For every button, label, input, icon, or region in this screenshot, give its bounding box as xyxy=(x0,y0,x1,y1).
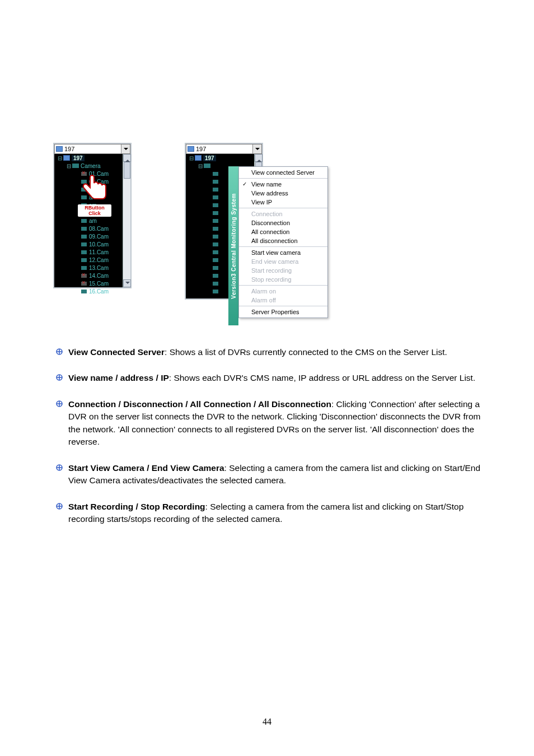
camera-icon xyxy=(81,258,87,262)
camera-icon xyxy=(213,242,218,246)
camera-icon xyxy=(213,274,218,278)
monitor-icon xyxy=(56,146,63,152)
monitor-icon xyxy=(195,155,202,161)
camera-icon xyxy=(81,250,87,254)
menu-item-view-name[interactable]: View name xyxy=(239,180,327,189)
tree-expander[interactable]: ⊟ xyxy=(189,155,194,161)
menu-item-server-properties[interactable]: Server Properties xyxy=(239,307,327,316)
camera-icon xyxy=(213,219,218,223)
camera-group-label[interactable]: Camera xyxy=(81,163,101,169)
camera-icon xyxy=(213,180,218,184)
camera-item[interactable]: 09.Cam xyxy=(54,232,130,240)
camera-item[interactable]: 12.Cam xyxy=(54,256,130,264)
left-server-tree: 197 ⊟ 197 ⊟ Camera 01.Cam02.CamCamamamam… xyxy=(53,143,132,288)
menu-item-start-view-camera[interactable]: Start view camera xyxy=(239,248,327,257)
bullet-icon xyxy=(56,374,63,381)
dropdown-arrow-icon[interactable] xyxy=(252,144,261,153)
camera-item[interactable]: 11.Cam xyxy=(54,248,130,256)
scroll-thumb[interactable] xyxy=(124,162,130,179)
camera-label: 15.Cam xyxy=(89,281,109,287)
menu-item-view-ip[interactable]: View IP xyxy=(239,198,327,207)
camera-icon xyxy=(81,290,87,293)
camera-item[interactable]: 15.Cam xyxy=(54,279,130,287)
page-number: 44 xyxy=(0,717,534,727)
scroll-up-icon[interactable] xyxy=(255,154,263,162)
camera-icon xyxy=(213,211,218,215)
camera-item[interactable]: 16.Cam xyxy=(54,287,130,295)
menu-item-disconnection[interactable]: Disconnection xyxy=(239,218,327,227)
camera-label: 16.Cam xyxy=(89,288,109,295)
cursor-hint-line2: Click xyxy=(88,211,101,216)
bullet-lead: Start Recording / Stop Recording xyxy=(68,502,205,511)
server-combo[interactable]: 197 xyxy=(54,144,130,154)
scroll-down-icon[interactable] xyxy=(123,279,131,287)
camera-item[interactable]: 14.Cam xyxy=(54,272,130,279)
camera-label: 13.Cam xyxy=(89,265,109,271)
menu-item-all-disconnection[interactable]: All disconnection xyxy=(239,236,327,245)
menu-item-alarm-on: Alarm on xyxy=(239,287,327,296)
monitor-icon xyxy=(188,146,194,152)
camera-icon xyxy=(213,188,218,192)
menu-item-alarm-off: Alarm off xyxy=(239,296,327,305)
menu-item-end-view-camera: End view camera xyxy=(239,257,327,266)
camera-icon xyxy=(81,227,87,231)
bullet-icon xyxy=(56,400,63,407)
description-list: View Connected Server: Shows a list of D… xyxy=(56,346,481,526)
camera-icon xyxy=(213,227,218,231)
camera-group-icon xyxy=(204,164,210,168)
camera-label: 14.Cam xyxy=(89,273,109,279)
camera-icon xyxy=(81,274,87,278)
bullet-body: : Shows a list of DVRs currently connect… xyxy=(165,347,447,357)
menu-item-all-connection[interactable]: All connection xyxy=(239,227,327,236)
scroll-up-icon[interactable] xyxy=(123,154,131,162)
camera-icon xyxy=(213,235,218,239)
camera-icon xyxy=(81,219,87,223)
context-menu-sidebar: Version3 Central Monitoring System xyxy=(228,166,238,325)
tree-body: ⊟ 197 ⊟ Camera 01.Cam02.CamCamamamamam08… xyxy=(54,154,130,287)
camera-icon xyxy=(81,242,87,246)
bullet-lead: View name / address / IP xyxy=(68,373,169,382)
camera-item[interactable]: am xyxy=(54,217,130,225)
bullet-icon xyxy=(56,503,63,510)
menu-item-connection: Connection xyxy=(239,209,327,218)
right-tree-with-menu: 197 ⊟ 197 ⊟ xyxy=(185,143,263,300)
cursor-rbutton-hint: RButtonClick xyxy=(78,174,111,214)
bullet-lead: View Connected Server xyxy=(68,347,165,357)
camera-icon xyxy=(81,266,87,270)
bullet-lead: Connection / Disconnection / All Connect… xyxy=(68,399,331,409)
monitor-icon xyxy=(63,155,70,161)
menu-item-stop-recording: Stop recording xyxy=(239,275,327,284)
root-node-label[interactable]: 197 xyxy=(72,155,85,161)
server-combo[interactable]: 197 xyxy=(186,144,262,154)
camera-label: 10.Cam xyxy=(89,241,109,248)
camera-label: 09.Cam xyxy=(89,234,109,240)
camera-icon xyxy=(213,266,218,270)
server-combo-label: 197 xyxy=(64,146,74,152)
sidebar-title: Version3 Central Monitoring System xyxy=(231,193,237,299)
tree-expander[interactable]: ⊟ xyxy=(58,155,62,161)
bullet-icon xyxy=(56,464,63,471)
menu-item-start-recording: Start recording xyxy=(239,266,327,275)
menu-item-view-address[interactable]: View address xyxy=(239,189,327,198)
camera-item[interactable]: 08.Cam xyxy=(54,225,130,232)
scrollbar[interactable] xyxy=(123,154,130,287)
server-combo-label: 197 xyxy=(196,146,206,152)
camera-label: am xyxy=(89,218,97,224)
root-node-label[interactable]: 197 xyxy=(203,155,216,161)
bullet-item: View name / address / IP: Shows each DVR… xyxy=(56,372,481,384)
camera-item[interactable]: 10.Cam xyxy=(54,240,130,248)
bullet-item: Start Recording / Stop Recording: Select… xyxy=(56,501,481,526)
cursor-hint-line1: RButton xyxy=(85,205,105,211)
bullet-item: Connection / Disconnection / All Connect… xyxy=(56,398,481,449)
camera-label: 08.Cam xyxy=(89,226,109,232)
camera-icon xyxy=(213,195,218,199)
server-context-menu: View connected ServerView nameView addre… xyxy=(238,166,328,318)
camera-label: 12.Cam xyxy=(89,257,109,263)
camera-icon xyxy=(213,290,218,293)
camera-label: 11.Cam xyxy=(89,249,109,255)
dropdown-arrow-icon[interactable] xyxy=(121,144,130,153)
camera-icon xyxy=(81,235,87,239)
bullet-icon xyxy=(56,348,63,355)
menu-item-view-connected-server[interactable]: View connected Server xyxy=(239,168,327,177)
camera-item[interactable]: 13.Cam xyxy=(54,264,130,272)
